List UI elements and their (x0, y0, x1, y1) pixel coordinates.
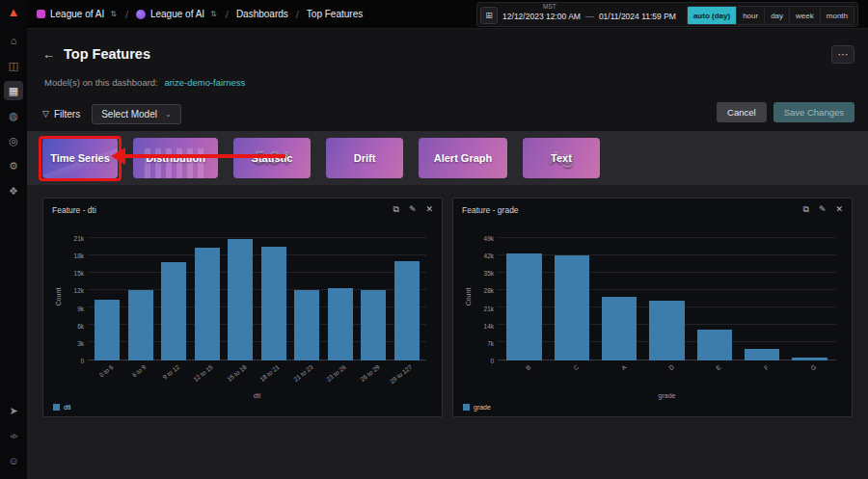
widget-card-label: Statistic (252, 152, 293, 164)
panel-header: Feature - grade ⧉ ✎ ✕ (453, 199, 852, 215)
widget-card-distribution[interactable]: Distribution (133, 138, 218, 178)
edit-pencil-icon[interactable]: ✎ (409, 204, 417, 215)
widget-type-strip: Time Series Distribution 5.34 Statistic … (27, 131, 868, 185)
granularity-month[interactable]: month (821, 6, 854, 25)
bar (95, 300, 120, 360)
widget-card-time-series[interactable]: Time Series (42, 138, 118, 178)
org-avatar-icon (37, 10, 45, 18)
select-model-value: Select Model (101, 109, 157, 120)
topbar: League of AI ⇅ / League of AI ⇅ / Dashbo… (27, 0, 868, 29)
save-changes-button[interactable]: Save Changes (773, 102, 854, 122)
duplicate-icon[interactable]: ⧉ (802, 204, 808, 215)
y-tick-labels: 07k14k21k28k35k42k49k (465, 233, 494, 360)
bar (294, 290, 319, 360)
legend-label: dti (64, 404, 70, 411)
breadcrumb-current: Top Features (307, 9, 363, 19)
bar (228, 239, 253, 360)
bar (649, 301, 684, 360)
account-icon[interactable]: ☺ (4, 451, 23, 470)
filters-label: Filters (54, 109, 80, 120)
settings-gear-icon[interactable]: ⚙ (4, 156, 23, 175)
space-switcher[interactable]: League of AI (150, 9, 204, 19)
chart-panel: Feature - dti ⧉ ✎ ✕ Count 03k6k9k12k15k1… (42, 198, 443, 417)
duplicate-icon[interactable]: ⧉ (393, 204, 398, 215)
date-range-separator: — (585, 12, 594, 21)
sidebar: ▲ ⌂ ◫ ▦ ◍ ◎ ⚙ ❖ ➤ </> ☺ (0, 0, 27, 479)
date-start[interactable]: 12/12/2023 12:00 AM (498, 12, 585, 21)
dashboards-icon[interactable]: ▦ (4, 81, 23, 100)
legend: dti (53, 404, 70, 411)
widget-card-label: Distribution (146, 152, 205, 164)
widget-card-alert-graph[interactable]: Alert Graph (419, 138, 507, 178)
cancel-button[interactable]: Cancel (717, 102, 767, 122)
code-icon[interactable]: </> (4, 426, 23, 445)
back-arrow-icon[interactable]: ← (42, 47, 55, 62)
timezone-label: MST (543, 3, 556, 10)
widget-card-text[interactable]: Ag Text (523, 138, 600, 178)
model-link[interactable]: arize-demo-fairness (164, 77, 245, 88)
x-axis-label: dti (88, 392, 426, 399)
chart-panel: Feature - grade ⧉ ✎ ✕ Count 07k14k21k28k… (452, 198, 853, 417)
legend-swatch (463, 404, 470, 411)
granularity-auto-day[interactable]: auto (day) (687, 6, 737, 25)
widget-card-statistic[interactable]: 5.34 Statistic (233, 138, 311, 178)
bars (88, 233, 426, 360)
granularity-day[interactable]: day (765, 6, 790, 25)
action-buttons: Cancel Save Changes (717, 102, 854, 122)
date-end[interactable]: 01/11/2024 11:59 PM (594, 12, 681, 21)
bar (128, 290, 153, 360)
org-switcher[interactable]: League of AI (50, 9, 104, 19)
panel-title: Feature - grade (462, 205, 519, 215)
x-labels: 0 to 66 to 99 to 1212 to 1515 to 1818 to… (88, 360, 426, 391)
model-line-label: Model(s) on this dashboard: (44, 77, 158, 88)
bar (394, 261, 420, 360)
bar (328, 288, 353, 360)
x-axis-label: grade (498, 392, 836, 399)
models-icon[interactable]: ◫ (4, 56, 23, 75)
time-range-picker: MST ⊞ 12/12/2023 12:00 AM — 01/11/2024 1… (476, 2, 858, 27)
edit-pencil-icon[interactable]: ✎ (819, 204, 827, 215)
widget-card-label: Drift (354, 152, 376, 164)
breadcrumb-separator: / (296, 9, 299, 20)
granularity-hour[interactable]: hour (737, 6, 765, 25)
plot-area: Count 03k6k9k12k15k18k21k 0 to 66 to 99 … (88, 233, 426, 360)
embeddings-icon[interactable]: ◎ (4, 131, 23, 150)
space-avatar-icon (136, 10, 146, 19)
widget-card-label: Alert Graph (434, 152, 493, 164)
breadcrumb-separator: / (125, 9, 128, 20)
legend-label: grade (474, 404, 491, 411)
breadcrumb-dashboards[interactable]: Dashboards (236, 9, 288, 19)
calendar-icon[interactable]: ⊞ (480, 7, 498, 24)
integrations-icon[interactable]: ❖ (4, 181, 23, 200)
breadcrumb-separator: / (226, 9, 229, 20)
arize-logo-icon: ▲ (8, 6, 20, 18)
space-chevron-icon[interactable]: ⇅ (210, 10, 217, 18)
legend-swatch (53, 404, 60, 411)
bar (602, 297, 637, 360)
bars (498, 233, 836, 360)
filter-funnel-icon: ▽ (42, 109, 49, 119)
granularity-week[interactable]: week (790, 6, 821, 25)
y-tick-labels: 03k6k9k12k15k18k21k (55, 233, 84, 360)
page-title: Top Features (64, 46, 150, 62)
filters-row: ▽ Filters Select Model ⌄ (42, 102, 181, 125)
bar (361, 290, 386, 360)
close-icon[interactable]: ✕ (425, 204, 433, 215)
home-icon[interactable]: ⌂ (4, 31, 23, 50)
overflow-menu-button[interactable]: ⋯ (831, 45, 854, 64)
close-icon[interactable]: ✕ (835, 204, 843, 215)
bar (195, 248, 220, 360)
bar (161, 262, 186, 360)
select-model-dropdown[interactable]: Select Model ⌄ (92, 104, 181, 124)
widget-card-label: Time Series (50, 152, 110, 164)
widget-card-drift[interactable]: Drift (326, 138, 403, 178)
send-icon[interactable]: ➤ (4, 401, 23, 420)
legend: grade (463, 404, 491, 411)
page-header: ← Top Features (42, 42, 150, 66)
org-chevron-icon[interactable]: ⇅ (110, 10, 117, 18)
widget-card-label: Text (551, 152, 572, 164)
dashboard-canvas: Feature - dti ⧉ ✎ ✕ Count 03k6k9k12k15k1… (27, 185, 868, 479)
monitors-icon[interactable]: ◍ (4, 106, 23, 125)
plot-area: Count 07k14k21k28k35k42k49k BCADEFG grad… (498, 233, 836, 360)
bar (506, 253, 541, 360)
